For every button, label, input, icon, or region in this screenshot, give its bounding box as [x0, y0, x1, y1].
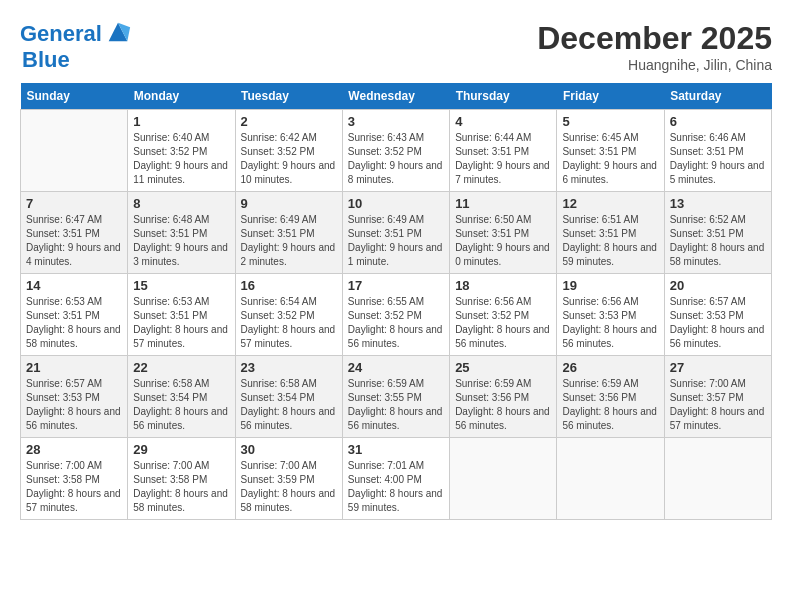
week-row-3: 14Sunrise: 6:53 AMSunset: 3:51 PMDayligh… [21, 274, 772, 356]
day-number: 21 [26, 360, 122, 375]
calendar-cell: 23Sunrise: 6:58 AMSunset: 3:54 PMDayligh… [235, 356, 342, 438]
day-detail: Sunrise: 6:53 AMSunset: 3:51 PMDaylight:… [26, 295, 122, 351]
day-detail: Sunrise: 6:55 AMSunset: 3:52 PMDaylight:… [348, 295, 444, 351]
day-number: 29 [133, 442, 229, 457]
day-number: 28 [26, 442, 122, 457]
day-number: 6 [670, 114, 766, 129]
logo-icon [104, 18, 132, 46]
logo: General Blue [20, 20, 132, 72]
day-detail: Sunrise: 6:42 AMSunset: 3:52 PMDaylight:… [241, 131, 337, 187]
day-detail: Sunrise: 7:00 AMSunset: 3:59 PMDaylight:… [241, 459, 337, 515]
calendar-cell: 26Sunrise: 6:59 AMSunset: 3:56 PMDayligh… [557, 356, 664, 438]
calendar-cell: 22Sunrise: 6:58 AMSunset: 3:54 PMDayligh… [128, 356, 235, 438]
day-number: 10 [348, 196, 444, 211]
day-number: 4 [455, 114, 551, 129]
calendar-cell: 5Sunrise: 6:45 AMSunset: 3:51 PMDaylight… [557, 110, 664, 192]
calendar-cell: 10Sunrise: 6:49 AMSunset: 3:51 PMDayligh… [342, 192, 449, 274]
day-detail: Sunrise: 7:01 AMSunset: 4:00 PMDaylight:… [348, 459, 444, 515]
day-number: 2 [241, 114, 337, 129]
day-detail: Sunrise: 6:49 AMSunset: 3:51 PMDaylight:… [348, 213, 444, 269]
day-detail: Sunrise: 7:00 AMSunset: 3:58 PMDaylight:… [26, 459, 122, 515]
calendar-cell: 3Sunrise: 6:43 AMSunset: 3:52 PMDaylight… [342, 110, 449, 192]
week-row-4: 21Sunrise: 6:57 AMSunset: 3:53 PMDayligh… [21, 356, 772, 438]
calendar-cell: 1Sunrise: 6:40 AMSunset: 3:52 PMDaylight… [128, 110, 235, 192]
day-detail: Sunrise: 7:00 AMSunset: 3:57 PMDaylight:… [670, 377, 766, 433]
week-row-5: 28Sunrise: 7:00 AMSunset: 3:58 PMDayligh… [21, 438, 772, 520]
calendar-cell: 6Sunrise: 6:46 AMSunset: 3:51 PMDaylight… [664, 110, 771, 192]
calendar-cell: 16Sunrise: 6:54 AMSunset: 3:52 PMDayligh… [235, 274, 342, 356]
weekday-header-wednesday: Wednesday [342, 83, 449, 110]
day-number: 3 [348, 114, 444, 129]
day-number: 22 [133, 360, 229, 375]
calendar-cell: 20Sunrise: 6:57 AMSunset: 3:53 PMDayligh… [664, 274, 771, 356]
week-row-2: 7Sunrise: 6:47 AMSunset: 3:51 PMDaylight… [21, 192, 772, 274]
day-detail: Sunrise: 6:46 AMSunset: 3:51 PMDaylight:… [670, 131, 766, 187]
day-number: 12 [562, 196, 658, 211]
day-detail: Sunrise: 6:51 AMSunset: 3:51 PMDaylight:… [562, 213, 658, 269]
day-detail: Sunrise: 6:47 AMSunset: 3:51 PMDaylight:… [26, 213, 122, 269]
calendar-cell: 24Sunrise: 6:59 AMSunset: 3:55 PMDayligh… [342, 356, 449, 438]
day-number: 16 [241, 278, 337, 293]
calendar-cell: 29Sunrise: 7:00 AMSunset: 3:58 PMDayligh… [128, 438, 235, 520]
day-number: 20 [670, 278, 766, 293]
day-detail: Sunrise: 6:40 AMSunset: 3:52 PMDaylight:… [133, 131, 229, 187]
weekday-header-sunday: Sunday [21, 83, 128, 110]
calendar-cell: 8Sunrise: 6:48 AMSunset: 3:51 PMDaylight… [128, 192, 235, 274]
day-number: 14 [26, 278, 122, 293]
day-number: 8 [133, 196, 229, 211]
day-detail: Sunrise: 6:56 AMSunset: 3:52 PMDaylight:… [455, 295, 551, 351]
day-number: 15 [133, 278, 229, 293]
day-detail: Sunrise: 6:45 AMSunset: 3:51 PMDaylight:… [562, 131, 658, 187]
day-detail: Sunrise: 6:52 AMSunset: 3:51 PMDaylight:… [670, 213, 766, 269]
day-detail: Sunrise: 6:49 AMSunset: 3:51 PMDaylight:… [241, 213, 337, 269]
day-number: 1 [133, 114, 229, 129]
calendar-cell: 19Sunrise: 6:56 AMSunset: 3:53 PMDayligh… [557, 274, 664, 356]
weekday-header-row: SundayMondayTuesdayWednesdayThursdayFrid… [21, 83, 772, 110]
day-number: 5 [562, 114, 658, 129]
day-detail: Sunrise: 6:59 AMSunset: 3:56 PMDaylight:… [562, 377, 658, 433]
calendar-cell: 17Sunrise: 6:55 AMSunset: 3:52 PMDayligh… [342, 274, 449, 356]
day-number: 24 [348, 360, 444, 375]
day-detail: Sunrise: 6:54 AMSunset: 3:52 PMDaylight:… [241, 295, 337, 351]
calendar-cell: 9Sunrise: 6:49 AMSunset: 3:51 PMDaylight… [235, 192, 342, 274]
calendar-cell: 25Sunrise: 6:59 AMSunset: 3:56 PMDayligh… [450, 356, 557, 438]
calendar-cell: 30Sunrise: 7:00 AMSunset: 3:59 PMDayligh… [235, 438, 342, 520]
day-number: 11 [455, 196, 551, 211]
calendar-cell: 12Sunrise: 6:51 AMSunset: 3:51 PMDayligh… [557, 192, 664, 274]
day-detail: Sunrise: 6:59 AMSunset: 3:55 PMDaylight:… [348, 377, 444, 433]
title-block: December 2025 Huangnihe, Jilin, China [537, 20, 772, 73]
location-subtitle: Huangnihe, Jilin, China [537, 57, 772, 73]
day-detail: Sunrise: 6:56 AMSunset: 3:53 PMDaylight:… [562, 295, 658, 351]
calendar-cell: 4Sunrise: 6:44 AMSunset: 3:51 PMDaylight… [450, 110, 557, 192]
weekday-header-saturday: Saturday [664, 83, 771, 110]
logo-text: General [20, 22, 102, 46]
calendar-table: SundayMondayTuesdayWednesdayThursdayFrid… [20, 83, 772, 520]
calendar-cell: 18Sunrise: 6:56 AMSunset: 3:52 PMDayligh… [450, 274, 557, 356]
calendar-cell: 7Sunrise: 6:47 AMSunset: 3:51 PMDaylight… [21, 192, 128, 274]
day-number: 19 [562, 278, 658, 293]
day-detail: Sunrise: 7:00 AMSunset: 3:58 PMDaylight:… [133, 459, 229, 515]
day-number: 7 [26, 196, 122, 211]
day-detail: Sunrise: 6:57 AMSunset: 3:53 PMDaylight:… [670, 295, 766, 351]
day-detail: Sunrise: 6:58 AMSunset: 3:54 PMDaylight:… [133, 377, 229, 433]
calendar-cell [450, 438, 557, 520]
day-detail: Sunrise: 6:57 AMSunset: 3:53 PMDaylight:… [26, 377, 122, 433]
day-number: 13 [670, 196, 766, 211]
page-header: General Blue December 2025 Huangnihe, Ji… [20, 20, 772, 73]
calendar-cell: 14Sunrise: 6:53 AMSunset: 3:51 PMDayligh… [21, 274, 128, 356]
day-detail: Sunrise: 6:48 AMSunset: 3:51 PMDaylight:… [133, 213, 229, 269]
calendar-cell [21, 110, 128, 192]
day-number: 17 [348, 278, 444, 293]
calendar-cell [664, 438, 771, 520]
day-detail: Sunrise: 6:44 AMSunset: 3:51 PMDaylight:… [455, 131, 551, 187]
weekday-header-tuesday: Tuesday [235, 83, 342, 110]
day-number: 18 [455, 278, 551, 293]
calendar-cell [557, 438, 664, 520]
day-detail: Sunrise: 6:53 AMSunset: 3:51 PMDaylight:… [133, 295, 229, 351]
day-number: 26 [562, 360, 658, 375]
day-number: 23 [241, 360, 337, 375]
day-number: 31 [348, 442, 444, 457]
month-title: December 2025 [537, 20, 772, 57]
day-number: 9 [241, 196, 337, 211]
calendar-cell: 13Sunrise: 6:52 AMSunset: 3:51 PMDayligh… [664, 192, 771, 274]
